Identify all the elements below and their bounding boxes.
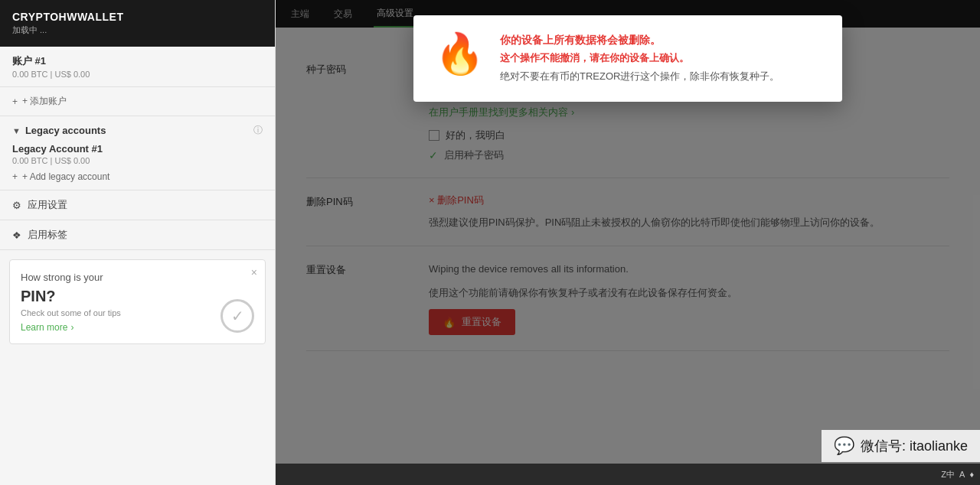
info-icon[interactable]: ⓘ	[253, 124, 263, 137]
account-item[interactable]: 账户 #1 0.00 BTC | US$ 0.00	[0, 47, 275, 87]
sidebar-header: CRYPTOHWWALLET 加载中 ...	[0, 0, 275, 47]
modal-warning-title: 你的设备上所有数据将会被删除。	[500, 34, 821, 47]
plus-icon: +	[12, 96, 18, 107]
legacy-section: ▼ Legacy accounts ⓘ Legacy Account #1 0.…	[0, 116, 275, 190]
add-account-label: + 添加账户	[22, 95, 67, 108]
modal-overlay: 🔥 你的设备上所有数据将会被删除。 这个操作不能撤消，请在你的设备上确认。 绝对…	[276, 0, 980, 485]
wipe-confirmation-modal: 🔥 你的设备上所有数据将会被删除。 这个操作不能撤消，请在你的设备上确认。 绝对…	[413, 15, 842, 102]
labels-label: 启用标签	[28, 228, 67, 242]
legacy-title-row: ▼ Legacy accounts	[12, 125, 106, 136]
add-account-button[interactable]: + + 添加账户	[0, 87, 275, 116]
wechat-watermark: 💬 微信号: itaolianke	[822, 430, 980, 462]
legacy-account-name: Legacy Account #1	[12, 143, 263, 155]
taskbar-lang: Z中	[941, 469, 955, 480]
chevron-down-icon: ▼	[12, 126, 21, 135]
legacy-account-item[interactable]: Legacy Account #1 0.00 BTC | US$ 0.00	[12, 137, 263, 165]
wechat-label: 微信号: itaolianke	[861, 437, 968, 455]
modal-flame-icon: 🔥	[435, 34, 485, 73]
modal-warning-body: 这个操作不能撤消，请在你的设备上确认。	[500, 50, 821, 66]
learn-more-label: Learn more	[21, 322, 67, 333]
taskbar-item2: A	[959, 470, 965, 479]
close-icon[interactable]: ×	[251, 266, 257, 278]
labels-button[interactable]: ❖ 启用标签	[0, 220, 275, 250]
label-icon: ❖	[12, 229, 21, 241]
wallet-name: CRYPTOHWWALLET	[12, 11, 263, 23]
legacy-account-balance: 0.00 BTC | US$ 0.00	[12, 156, 263, 165]
learn-more-link[interactable]: Learn more ›	[21, 322, 254, 333]
add-legacy-label: + Add legacy account	[22, 171, 109, 182]
settings-button[interactable]: ⚙ 应用设置	[0, 190, 275, 220]
taskbar: Z中 A ♦	[276, 464, 980, 485]
pin-card-title: How strong is your	[21, 271, 254, 285]
account-name: 账户 #1	[12, 54, 263, 68]
legacy-header[interactable]: ▼ Legacy accounts ⓘ	[12, 124, 263, 137]
wechat-icon: 💬	[834, 436, 854, 456]
add-legacy-button[interactable]: + + Add legacy account	[12, 165, 263, 182]
legacy-title: Legacy accounts	[25, 125, 106, 136]
modal-warning-footer: 绝对不要在有币的TREZOR进行这个操作，除非你有恢复种子。	[500, 69, 821, 84]
taskbar-item3: ♦	[969, 470, 974, 479]
modal-line2-bold: 请在你的设备上确认。	[590, 52, 689, 63]
settings-label: 应用设置	[28, 198, 67, 212]
loading-text: 加载中 ...	[12, 24, 263, 36]
modal-line2-normal: 这个操作不能撤消，	[500, 52, 590, 63]
pin-card-subtitle: PIN?	[21, 288, 254, 305]
main-content: 主端 交易 高级设置 种子密码 特定的密码。可以通过输入空密码来访问你的旧账户。…	[276, 0, 980, 485]
sidebar: CRYPTOHWWALLET 加载中 ... 账户 #1 0.00 BTC | …	[0, 0, 276, 485]
pin-card: × How strong is your PIN? Check out some…	[9, 259, 266, 344]
plus-icon: +	[12, 171, 18, 182]
chevron-right-icon: ›	[70, 322, 74, 333]
modal-content: 你的设备上所有数据将会被删除。 这个操作不能撤消，请在你的设备上确认。 绝对不要…	[500, 34, 821, 83]
pin-card-desc: Check out some of our tips	[21, 308, 254, 317]
gear-icon: ⚙	[12, 200, 21, 211]
check-circle-icon: ✓	[220, 299, 254, 333]
account-balance: 0.00 BTC | US$ 0.00	[12, 70, 263, 79]
